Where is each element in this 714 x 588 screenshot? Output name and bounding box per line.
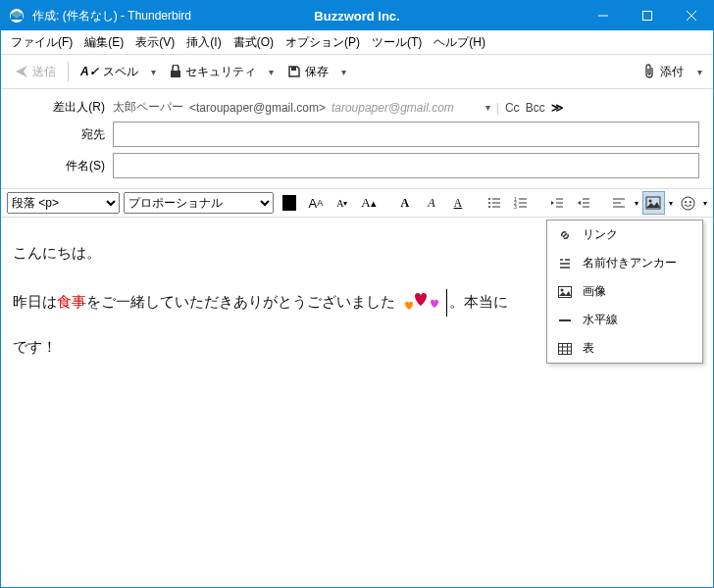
bullet-list-button[interactable]	[483, 191, 505, 215]
hr-icon	[557, 313, 573, 328]
save-label: 保存	[305, 64, 329, 80]
close-button[interactable]	[669, 1, 713, 30]
attach-dropdown[interactable]: ▾	[693, 67, 705, 77]
save-dropdown[interactable]: ▾	[338, 67, 350, 77]
menu-edit[interactable]: 編集(E)	[78, 32, 129, 53]
from-email: <taroupaper@gmail.com>	[189, 101, 326, 115]
svg-point-30	[682, 197, 694, 210]
insert-table-item[interactable]: 表	[547, 334, 702, 363]
svg-rect-40	[559, 343, 572, 354]
from-dropdown[interactable]: ▾	[485, 102, 490, 113]
send-button[interactable]: 送信	[9, 60, 62, 84]
menu-tools[interactable]: ツール(T)	[366, 32, 428, 53]
titlebar: 作成: (件名なし) - Thunderbird Buzzword Inc.	[1, 1, 713, 30]
font-size-large-button[interactable]: A▴	[357, 191, 380, 215]
align-button[interactable]	[608, 191, 631, 215]
to-label: 宛先	[15, 126, 113, 143]
insert-image-item[interactable]: 画像	[547, 277, 702, 306]
bcc-button[interactable]: Bcc	[526, 101, 545, 115]
image-icon	[557, 284, 573, 300]
spell-button[interactable]: A✓ スペル	[75, 60, 144, 84]
hearts-image	[395, 288, 444, 318]
subject-input[interactable]	[113, 153, 699, 178]
menu-insert[interactable]: 挿入(I)	[180, 32, 227, 53]
anchor-icon	[557, 256, 573, 271]
app-icon	[7, 6, 26, 25]
insert-hr-item[interactable]: 水平線	[547, 306, 702, 334]
from-label: 差出人(R)	[15, 99, 113, 116]
paperclip-icon	[642, 64, 656, 79]
menu-options[interactable]: オプション(P)	[280, 32, 366, 53]
insert-anchor-label: 名前付きアンカー	[583, 255, 677, 271]
svg-rect-5	[171, 71, 180, 77]
svg-point-11	[488, 206, 490, 208]
lock-icon	[170, 65, 181, 78]
svg-text:3: 3	[514, 204, 517, 210]
menu-file[interactable]: ファイル(F)	[5, 32, 78, 53]
font-size-small-button[interactable]: A▾	[331, 191, 353, 215]
from-name: 太郎ペーパー	[113, 99, 183, 116]
paragraph-select[interactable]: 段落 <p>	[7, 192, 120, 214]
to-input[interactable]	[113, 122, 699, 147]
highlighted-text: 食事	[57, 293, 86, 310]
emoji-button[interactable]	[677, 191, 699, 215]
maximize-button[interactable]	[625, 1, 669, 30]
number-list-button[interactable]: 123	[509, 191, 532, 215]
outdent-button[interactable]	[545, 191, 568, 215]
insert-link-label: リンク	[583, 226, 618, 243]
save-button[interactable]: 保存	[281, 60, 334, 84]
more-recipients-button[interactable]: ≫	[551, 101, 562, 115]
svg-rect-2	[642, 12, 651, 21]
attach-button[interactable]: 添付	[637, 60, 689, 84]
send-icon	[15, 65, 28, 78]
insert-link-item[interactable]: リンク	[547, 220, 702, 249]
insert-hr-label: 水平線	[583, 312, 618, 328]
send-label: 送信	[32, 64, 56, 80]
bold-button[interactable]: A	[393, 191, 416, 215]
spell-icon: A✓	[80, 65, 99, 78]
subject-label: 件名(S)	[15, 158, 113, 174]
svg-rect-6	[291, 67, 296, 71]
insert-table-label: 表	[583, 340, 594, 357]
svg-point-31	[685, 201, 687, 203]
insert-anchor-item[interactable]: 名前付きアンカー	[547, 249, 702, 277]
emoji-dropdown[interactable]: ▾	[703, 199, 707, 208]
spell-dropdown[interactable]: ▾	[148, 67, 160, 77]
security-label: セキュリティ	[185, 64, 256, 80]
cc-button[interactable]: Cc	[505, 101, 520, 115]
from-email-secondary: taroupaper@gmail.com	[332, 101, 454, 115]
menu-format[interactable]: 書式(O)	[228, 32, 280, 53]
svg-point-29	[649, 200, 652, 203]
window-title: 作成: (件名なし) - Thunderbird	[32, 8, 191, 24]
menu-help[interactable]: ヘルプ(H)	[428, 32, 491, 53]
attach-label: 添付	[660, 64, 684, 80]
svg-point-32	[689, 201, 691, 203]
align-dropdown[interactable]: ▾	[635, 199, 638, 208]
security-button[interactable]: セキュリティ	[164, 60, 262, 84]
italic-button[interactable]: A	[420, 191, 442, 215]
link-icon	[557, 227, 573, 243]
svg-point-9	[488, 202, 490, 204]
text-cursor	[446, 289, 447, 317]
svg-point-7	[488, 198, 490, 200]
minimize-button[interactable]	[581, 1, 625, 30]
underline-button[interactable]: A	[446, 191, 469, 215]
insert-image-label: 画像	[583, 283, 606, 300]
svg-point-38	[561, 288, 564, 291]
insert-button[interactable]	[642, 191, 665, 215]
brand-label: Buzzword Inc.	[314, 9, 399, 24]
format-toolbar: 段落 <p> プロポーショナル AA A▾ A▴ A A A 123 ▾ ▾ ▾	[1, 188, 713, 218]
main-toolbar: 送信 A✓ スペル ▾ セキュリティ ▾ 保存 ▾ 添付 ▾	[1, 54, 713, 89]
menu-view[interactable]: 表示(V)	[129, 32, 180, 53]
indent-button[interactable]	[572, 191, 594, 215]
font-select[interactable]: プロポーショナル	[124, 192, 274, 214]
text-color-button[interactable]	[278, 191, 300, 215]
security-dropdown[interactable]: ▾	[266, 67, 278, 77]
save-icon	[287, 65, 301, 78]
font-size-decrease-button[interactable]: AA	[304, 191, 327, 215]
menubar: ファイル(F) 編集(E) 表示(V) 挿入(I) 書式(O) オプション(P)…	[1, 30, 713, 54]
spell-label: スペル	[103, 64, 138, 80]
insert-dropdown[interactable]: ▾	[669, 199, 673, 208]
insert-menu: リンク 名前付きアンカー 画像 水平線 表	[546, 220, 703, 364]
table-icon	[557, 341, 573, 357]
